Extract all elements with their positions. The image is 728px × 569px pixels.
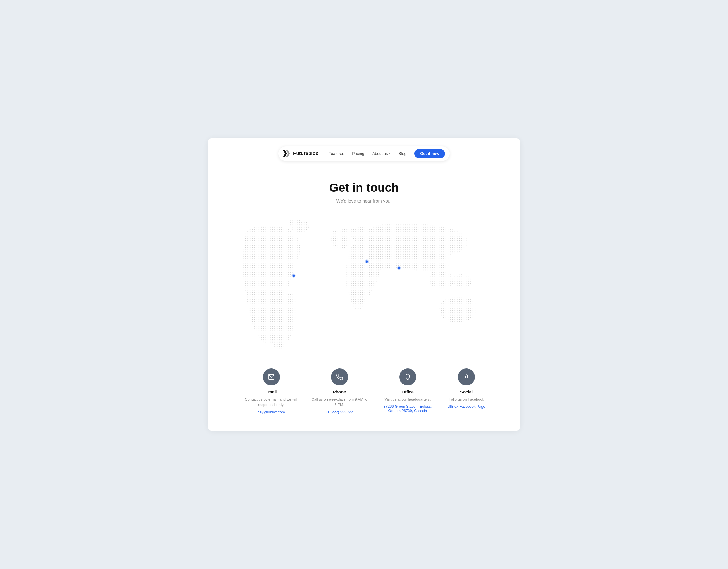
nav-wrapper: Futureblox Features Pricing About us ▾ B…: [208, 138, 520, 167]
phone-description: Call us on weekdays from 9 AM to 5 PM.: [311, 397, 368, 408]
navbar: Futureblox Features Pricing About us ▾ B…: [278, 146, 450, 161]
office-title: Office: [402, 390, 414, 394]
svg-point-4: [366, 260, 368, 262]
map-svg: [229, 215, 499, 356]
social-icon-circle: [458, 369, 475, 386]
hero-subtitle: We'd love to hear from you.: [213, 198, 515, 204]
svg-point-2: [293, 274, 295, 277]
office-card: Office Visit us at our headquarters. 872…: [379, 369, 436, 414]
email-title: Email: [266, 390, 277, 394]
nav-pricing[interactable]: Pricing: [349, 150, 368, 158]
phone-icon-circle: [331, 369, 348, 386]
office-icon-circle: [399, 369, 416, 386]
social-description: Follo us on Facebook: [449, 397, 484, 402]
logo[interactable]: Futureblox: [283, 150, 318, 157]
email-icon: [268, 374, 275, 380]
phone-icon: [336, 374, 343, 380]
logo-text: Futureblox: [293, 151, 318, 156]
phone-link[interactable]: +1 (222) 333 444: [325, 410, 353, 414]
location-icon: [404, 374, 411, 380]
email-description: Contact us by email, and we will respond…: [243, 397, 300, 408]
facebook-icon: [463, 374, 470, 380]
nav-about[interactable]: About us ▾: [369, 150, 394, 158]
email-card: Email Contact us by email, and we will r…: [243, 369, 300, 414]
nav-features[interactable]: Features: [325, 150, 348, 158]
page-title: Get in touch: [213, 181, 515, 194]
email-icon-circle: [263, 369, 280, 386]
page-container: Futureblox Features Pricing About us ▾ B…: [208, 138, 520, 431]
office-address-link[interactable]: 87266 Green Station, Euless, Oregon 2673…: [379, 404, 436, 413]
svg-point-6: [398, 267, 400, 269]
social-link[interactable]: UIBlox Facebook Page: [448, 404, 485, 409]
office-description: Visit us at our headquarters.: [384, 397, 431, 402]
phone-card: Phone Call us on weekdays from 9 AM to 5…: [311, 369, 368, 414]
svg-point-8: [407, 375, 408, 377]
nav-blog[interactable]: Blog: [395, 150, 410, 158]
chevron-down-icon: ▾: [389, 152, 390, 155]
world-map: [229, 215, 499, 357]
social-title: Social: [460, 390, 473, 394]
email-link[interactable]: hey@uiblox.com: [257, 410, 285, 414]
get-it-now-button[interactable]: Get it now: [414, 149, 445, 158]
hero-section: Get in touch We'd love to hear from you.: [208, 167, 520, 209]
social-card: Social Follo us on Facebook UIBlox Faceb…: [448, 369, 485, 414]
nav-links: Features Pricing About us ▾ Blog: [325, 150, 410, 158]
phone-title: Phone: [333, 390, 346, 394]
contact-cards: Email Contact us by email, and we will r…: [208, 360, 520, 414]
map-container: [208, 209, 520, 360]
